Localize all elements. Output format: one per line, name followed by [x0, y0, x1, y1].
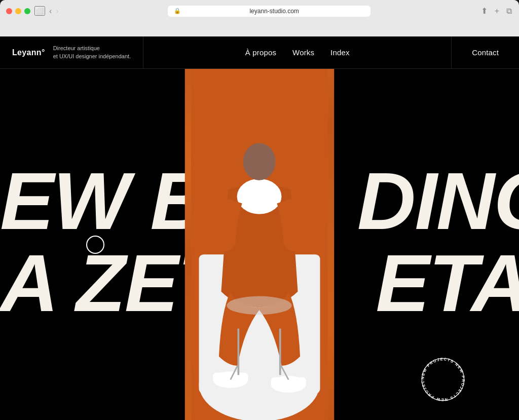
hero-text-right-1: DING	[357, 163, 519, 240]
minimize-button[interactable]	[15, 8, 21, 14]
cursor-circle	[86, 236, 104, 254]
browser-titlebar: ⬜ ‹ › 🔒 ⬆ + ⧉	[6, 5, 513, 17]
svg-text:NEW PROJECTS  NEW PROJECTS  NE: NEW PROJECTS NEW PROJECTS NEW PROJECTS	[418, 354, 466, 402]
svg-point-13	[227, 296, 291, 315]
new-tab-button[interactable]: +	[494, 6, 500, 17]
close-button[interactable]	[6, 8, 12, 14]
forward-button[interactable]: ›	[56, 7, 58, 16]
navigation: Leyann° Directeur artistique et UX/UI de…	[0, 36, 519, 69]
fullscreen-button[interactable]	[24, 8, 30, 14]
svg-rect-9	[238, 329, 240, 375]
browser-toolbar-left: ⬜	[34, 6, 45, 16]
svg-rect-10	[279, 329, 281, 375]
tabs-button[interactable]: ⧉	[505, 6, 513, 17]
hero-image	[185, 69, 335, 420]
back-button[interactable]: ‹	[49, 7, 52, 16]
traffic-lights	[6, 8, 30, 14]
svg-point-4	[243, 143, 276, 180]
hero-image-placeholder	[185, 69, 335, 420]
nav-link-apropos[interactable]: À propos	[245, 48, 276, 57]
tagline-line2: et UX/UI designer indépendant.	[53, 53, 131, 60]
contact-link[interactable]: Contact	[472, 48, 499, 57]
hero-text-left-1: EW B	[0, 163, 208, 240]
share-button[interactable]: ⬆	[480, 5, 489, 17]
nav-links: À propos Works Index	[143, 36, 452, 68]
circular-badge[interactable]: NEW PROJECTS NEW PROJECTS NEW PROJECTS	[418, 354, 468, 405]
lock-icon: 🔒	[174, 8, 181, 14]
tagline-line1: Directeur artistique	[53, 45, 131, 52]
nav-link-index[interactable]: Index	[330, 48, 349, 57]
website: Leyann° Directeur artistique et UX/UI de…	[0, 36, 519, 420]
hero-text-right-2: ETA Z	[376, 245, 519, 322]
nav-brand: Leyann° Directeur artistique et UX/UI de…	[0, 36, 143, 68]
nav-contact: Contact	[452, 36, 519, 68]
address-bar-container: 🔒	[168, 6, 370, 17]
site-logo: Leyann°	[12, 48, 45, 57]
browser-chrome: ⬜ ‹ › 🔒 ⬆ + ⧉	[0, 0, 519, 36]
address-bar[interactable]	[184, 8, 364, 15]
hero-section: EW B ____ DING A ZET ____ ETA Z	[0, 69, 519, 420]
svg-point-3	[237, 179, 282, 214]
nav-tagline: Directeur artistique et UX/UI designer i…	[53, 45, 131, 60]
square-icon[interactable]: ⬜	[34, 6, 45, 16]
nav-link-works[interactable]: Works	[292, 48, 314, 57]
browser-actions: ⬆ + ⧉	[480, 5, 513, 17]
